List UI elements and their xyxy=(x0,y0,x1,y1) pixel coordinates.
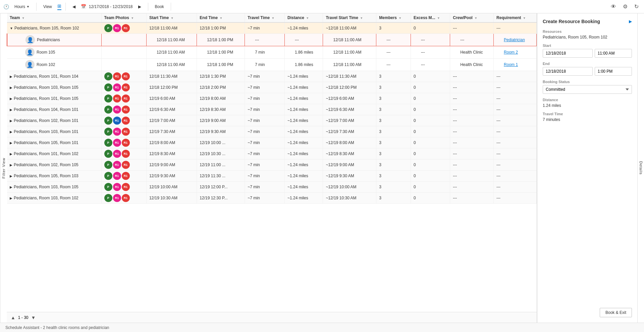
end-date-input[interactable] xyxy=(543,67,593,76)
details-tab[interactable]: Details xyxy=(637,13,644,323)
distance-cell: ~1.24 miles xyxy=(284,93,323,104)
table-row[interactable]: ▶Pediatricians, Room 101, Room 104PR1R11… xyxy=(7,71,537,82)
expand-icon[interactable]: ▶ xyxy=(10,97,12,101)
grid-scroll[interactable]: Team ▼ Team Photos ▼ Start Time ▼ End xyxy=(7,13,537,312)
expand-icon[interactable]: ▶ xyxy=(10,86,12,89)
next-page-button[interactable]: ▼ xyxy=(31,315,36,320)
collapse-icon[interactable]: ▼ xyxy=(10,26,13,30)
grid-view-icon[interactable]: ⊞ xyxy=(57,3,61,10)
table-row[interactable]: ▶Pediatricians, Room 101, Room 105PR1R11… xyxy=(7,93,537,104)
end_time-cell: 12/19 10:30 ... xyxy=(197,148,245,159)
end-time-input[interactable] xyxy=(595,67,632,76)
excess-sort-icon: ▼ xyxy=(437,16,440,20)
avatar-circle: R1 xyxy=(122,106,130,114)
table-row[interactable]: ▶Pediatricians, Room 102, Room 105PR1R11… xyxy=(7,159,537,171)
members-cell: 3 xyxy=(376,137,411,148)
table-row[interactable]: ▶Pediatricians, Room 103, Room 105PR1R11… xyxy=(7,182,537,193)
requirement-cell: --- xyxy=(494,22,537,34)
avatar-circle: R1 xyxy=(113,183,121,191)
table-row[interactable]: ▼Pediatricians, Room 105, Room 102PR1R11… xyxy=(7,22,537,34)
start-time-input[interactable] xyxy=(595,49,632,58)
start-label: Start xyxy=(543,44,632,48)
table-row[interactable]: 👤Room 10212/18 11:00 AM12/18 1:00 PM7 mi… xyxy=(7,59,537,71)
excess_m-cell: 0 xyxy=(411,104,450,115)
table-row[interactable]: 👤Pediatricians12/18 11:00 AM12/18 1:00 P… xyxy=(7,34,537,46)
col-header-distance[interactable]: Distance ▼ xyxy=(284,13,323,22)
start-date-input[interactable] xyxy=(543,49,593,58)
distance-cell: ~1.24 miles xyxy=(284,148,323,159)
table-row[interactable]: ▶Pediatricians, Room 103, Room 105PR1R11… xyxy=(7,82,537,93)
booking-status-select[interactable]: Committed Tentative Canceled xyxy=(543,85,632,94)
avatar-circle: R1 xyxy=(113,194,121,202)
excess_m-cell: 0 xyxy=(411,171,450,182)
col-header-team-photos[interactable]: Team Photos ▼ xyxy=(101,13,146,22)
col-header-members[interactable]: Members ▼ xyxy=(376,13,411,22)
team-cell: ▶Pediatricians, Room 103, Room 105 xyxy=(7,182,101,193)
requirement-link[interactable]: Pediatrician xyxy=(504,38,525,42)
start_time-cell: 12/19 9:30 AM xyxy=(146,171,197,182)
expand-icon[interactable]: ▶ xyxy=(10,130,12,134)
refresh-icon[interactable]: ↻ xyxy=(634,3,639,10)
table-row[interactable]: ▶Pediatricians, Room 103, Room 102PR1R11… xyxy=(7,193,537,204)
avatar-circle: R1 xyxy=(122,72,130,80)
book-label: Book xyxy=(155,4,164,9)
table-row[interactable]: ▶Pediatricians, Room 104, Room 101PR1R11… xyxy=(7,104,537,115)
hours-button[interactable]: Hours ▼ xyxy=(12,3,32,10)
team-photos-cell: PR1R1 xyxy=(101,115,146,126)
table-row[interactable]: ▶Pediatricians, Room 105, Room 103PR1R11… xyxy=(7,171,537,182)
expand-icon[interactable]: ▶ xyxy=(10,185,12,189)
crew_pool-cell: --- xyxy=(450,126,494,137)
start_time-cell: 12/18 11:00 AM xyxy=(146,34,197,46)
avatar-circle: R1 xyxy=(122,83,130,91)
avatar-circle: R1 xyxy=(122,24,130,32)
table-row[interactable]: ▶Pediatricians, Room 102, Room 101PR1R11… xyxy=(7,115,537,126)
expand-icon[interactable]: ▶ xyxy=(10,108,12,112)
excess_m-cell: 0 xyxy=(411,22,450,34)
col-header-crew-pool[interactable]: Crew/Pool ▼ xyxy=(450,13,494,22)
requirement-link[interactable]: Room 1 xyxy=(504,62,518,67)
crew-sort-icon: ▼ xyxy=(474,16,477,20)
avatar: 👤 xyxy=(25,48,35,57)
expand-icon[interactable]: ▶ xyxy=(10,75,12,78)
avatar-circle: R1 xyxy=(122,128,130,136)
prev-date-button[interactable]: ◀ xyxy=(70,3,78,10)
team-name-label: Pediatricians, Room 101, Room 105 xyxy=(14,96,78,101)
filter-view-tab[interactable]: Filter View xyxy=(0,13,7,323)
col-header-travel-start-time[interactable]: Travel Start Time ▼ xyxy=(323,13,376,22)
team-col-label: Team xyxy=(10,15,20,20)
end-label: End xyxy=(543,62,632,66)
requirement-link[interactable]: Room 2 xyxy=(504,50,518,55)
next-date-button[interactable]: ▶ xyxy=(136,3,144,10)
expand-icon[interactable]: ▶ xyxy=(10,152,12,156)
col-header-end-time[interactable]: End Time ▼ xyxy=(197,13,245,22)
team-cell: ▶Pediatricians, Room 103, Room 101 xyxy=(7,126,101,137)
table-row[interactable]: 👤Room 10512/18 11:00 AM12/18 1:00 PM7 mi… xyxy=(7,46,537,59)
expand-icon[interactable]: ▶ xyxy=(10,196,12,200)
expand-icon[interactable]: ▶ xyxy=(10,141,12,145)
book-button[interactable]: Book xyxy=(152,3,167,10)
panel-expand-button[interactable]: ▶ xyxy=(629,19,632,24)
col-header-start-time[interactable]: Start Time ▼ xyxy=(146,13,197,22)
prev-page-button[interactable]: ▲ xyxy=(11,315,15,320)
gear-icon[interactable]: ⚙ xyxy=(623,3,628,10)
col-header-travel-time[interactable]: Travel Time ▼ xyxy=(245,13,285,22)
expand-icon[interactable]: ▶ xyxy=(10,119,12,123)
avatar: 👤 xyxy=(25,35,35,45)
col-header-excess-m[interactable]: Excess M... ▼ xyxy=(411,13,450,22)
expand-icon[interactable]: ▶ xyxy=(10,163,12,167)
expand-icon[interactable]: ▶ xyxy=(10,174,12,178)
book-exit-button[interactable]: Book & Exit xyxy=(600,308,632,317)
requirement-cell: --- xyxy=(494,93,537,104)
distance-cell: ~1.24 miles xyxy=(284,104,323,115)
end_time-cell: 12/18 1:00 PM xyxy=(197,59,245,71)
col-header-requirement[interactable]: Requirement ▼ xyxy=(494,13,537,22)
eye-icon[interactable]: 👁 xyxy=(611,4,616,10)
view-button[interactable]: View xyxy=(41,3,55,10)
avatar-circle: P xyxy=(104,172,112,180)
table-row[interactable]: ▶Pediatricians, Room 101, Room 102PR1R11… xyxy=(7,148,537,159)
table-row[interactable]: ▶Pediatricians, Room 103, Room 101PR1R11… xyxy=(7,126,537,137)
col-header-team[interactable]: Team ▼ xyxy=(7,13,101,22)
team-name-label: Pediatricians, Room 101, Room 102 xyxy=(14,151,78,156)
travel_time-cell: ~7 min xyxy=(245,159,285,171)
table-row[interactable]: ▶Pediatricians, Room 105, Room 101PR1R11… xyxy=(7,137,537,148)
